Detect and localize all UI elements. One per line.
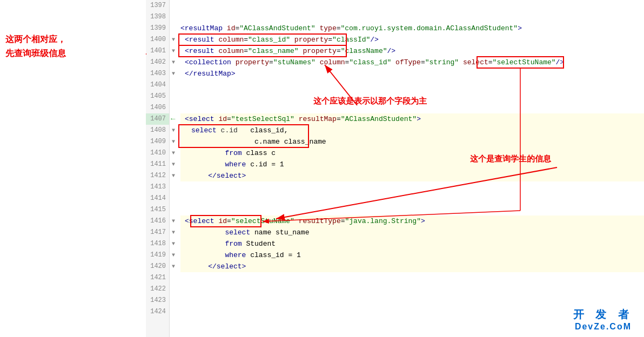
line-1398: 1398 (146, 11, 169, 23)
fold-icon-1411: ▼ (172, 159, 175, 170)
line-1422: 1422 (146, 284, 169, 295)
line-1413: 1413 (146, 181, 169, 193)
code-line-1413 (180, 181, 644, 193)
line-1402: 1402 (146, 57, 169, 68)
code-line-1415 (180, 204, 644, 215)
fold-icon-1400: ▼ (172, 34, 175, 45)
code-line-1418: ▼ from Student (180, 238, 644, 250)
code-line-1403: ▼ </resultMap> (180, 68, 644, 79)
fold-icon-1412: ▼ (172, 170, 175, 181)
code-line-1409: ▼ c.name class_name (180, 136, 644, 147)
line-1420: 1420 (146, 261, 169, 272)
line-1406: 1406 (146, 102, 169, 113)
line-1415: 1415 (146, 204, 169, 215)
current-line-arrow: ← (171, 113, 175, 125)
line-1403: 1403 (146, 68, 169, 79)
tag-open: <resultMap (180, 23, 227, 34)
line-1410: 1410 (146, 147, 169, 159)
line-1416: 1416 (146, 215, 169, 227)
line-1404: 1404 (146, 79, 169, 91)
line-1400: 1400 (146, 34, 169, 45)
code-line-1421 (180, 272, 644, 284)
line-1417: 1417 (146, 227, 169, 238)
fold-icon-1410: ▼ (172, 147, 175, 159)
fold-icon-1402: ▼ (172, 57, 175, 68)
code-line-1412: ▼ </select> (180, 170, 644, 181)
line-1412: 1412 (146, 170, 169, 181)
fold-icon-1420: ▼ (172, 261, 175, 272)
line-1411: 1411 (146, 159, 169, 170)
left-annotation-panel: 这两个相对应， 先查询班级信息 (0, 0, 146, 337)
code-line-1416: ▼ <select id="selectStuName" resultType=… (180, 215, 644, 227)
code-line-1397 (180, 0, 644, 11)
line-1399: 1399 (146, 23, 169, 34)
code-line-1414 (180, 193, 644, 204)
editor-container: 这两个相对应， 先查询班级信息 1397 1398 1399 1400 1401… (0, 0, 644, 337)
line-1418: 1418 (146, 238, 169, 250)
code-line-1410: ▼ from class c (180, 147, 644, 159)
line-1409: 1409 (146, 136, 169, 147)
code-line-1402: ▼ <collection property="stuNames" column… (180, 57, 644, 68)
code-content: <resultMap id="AClassAndStudent" type="c… (170, 0, 644, 337)
code-line-1423 (180, 295, 644, 306)
left-text-line1: 这两个相对应， (5, 35, 66, 44)
line-1397: 1397 (146, 0, 169, 11)
code-line-1407: ← <select id="testSelectSql" resultMap="… (180, 113, 644, 125)
fold-icon-1401: ▼ (172, 45, 175, 57)
line-1421: 1421 (146, 272, 169, 284)
line-1423: 1423 (146, 295, 169, 306)
code-line-1420: ▼ </select> (180, 261, 644, 272)
code-editor[interactable]: 1397 1398 1399 1400 1401 1402 1403 1404 … (146, 0, 644, 337)
code-line-1406 (180, 102, 644, 113)
fold-icon-1409: ▼ (172, 136, 175, 147)
code-line-1400: ▼ <result column="class_id" property="cl… (180, 34, 644, 45)
code-line-1401: ▼ <result column="class_name" property="… (180, 45, 644, 57)
left-text-line2: 先查询班级信息 (5, 49, 66, 58)
code-line-1419: ▼ where class_id = 1 (180, 250, 644, 261)
fold-icon-1417: ▼ (172, 227, 175, 238)
line-1414: 1414 (146, 193, 169, 204)
left-annotation-text: 这两个相对应， 先查询班级信息 (5, 32, 140, 60)
line-1405: 1405 (146, 91, 169, 102)
line-1408: 1408 (146, 125, 169, 136)
fold-icon-1416: ▼ (172, 215, 175, 227)
line-numbers: 1397 1398 1399 1400 1401 1402 1403 1404 … (146, 0, 170, 337)
code-line-1399: <resultMap id="AClassAndStudent" type="c… (180, 23, 644, 34)
fold-icon-1403: ▼ (172, 68, 175, 79)
code-line-1417: ▼ select name stu_name (180, 227, 644, 238)
code-line-1404 (180, 79, 644, 91)
code-line-1398 (180, 11, 644, 23)
code-line-1424 (180, 306, 644, 318)
line-1424: 1424 (146, 306, 169, 318)
code-line-1408: ▼ select c.id class_id, (180, 125, 644, 136)
line-1419: 1419 (146, 250, 169, 261)
line-1401: 1401 (146, 45, 169, 57)
fold-icon-1419: ▼ (172, 250, 175, 261)
line-1407: 1407 (146, 113, 169, 125)
fold-icon-1408: ▼ (172, 125, 175, 136)
fold-icon-1418: ▼ (172, 238, 175, 250)
code-line-1405 (180, 91, 644, 102)
code-line-1411: ▼ where c.id = 1 (180, 159, 644, 170)
code-line-1422 (180, 284, 644, 295)
